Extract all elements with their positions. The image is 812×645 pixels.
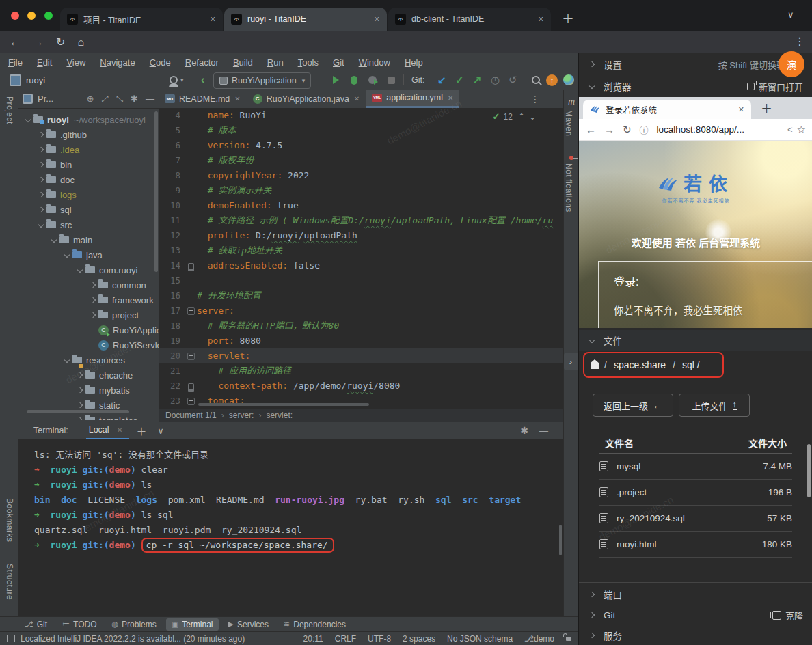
search-everywhere-icon[interactable] <box>532 71 540 89</box>
menu-tools[interactable]: Tools <box>298 57 319 68</box>
file-row-mysql[interactable]: mysql7.4 MB <box>599 454 792 480</box>
code-line-8[interactable]: 8 copyrightYear: 2022 <box>159 168 563 183</box>
locate-file-icon[interactable]: ⊕ <box>86 94 94 104</box>
code-line-7[interactable]: 7 # 版权年份 <box>159 153 563 168</box>
menu-git[interactable]: Git <box>333 57 344 68</box>
window-controls[interactable] <box>11 10 58 23</box>
close-window-button[interactable] <box>11 12 19 20</box>
tree-item--idea[interactable]: .idea <box>18 142 159 157</box>
chevron-right-icon[interactable] <box>38 192 44 197</box>
code-line-19[interactable]: 19 port: 8080 <box>159 333 563 348</box>
status-message[interactable]: Localized IntelliJ IDEA 2022.2.2 is avai… <box>21 634 245 644</box>
toolwindow-problems[interactable]: ◍Problems <box>106 618 161 631</box>
chevron-right-icon[interactable] <box>77 387 83 393</box>
chevron-right-icon[interactable] <box>38 162 44 167</box>
code-line-11[interactable]: 11 # 文件路径 示例 ( Windows配置D:/ruoyi/uploadP… <box>159 213 563 228</box>
embedded-url[interactable]: localhost:8080/app/... <box>657 124 744 135</box>
toolwindow-terminal[interactable]: ▣Terminal <box>166 618 219 631</box>
editor-tab-ruoyiapplication.java[interactable]: CRuoYiApplication.java✕ <box>247 90 366 108</box>
toolwindow-todo[interactable]: ≔TODO <box>57 618 102 631</box>
hide-panel-icon[interactable]: — <box>146 94 154 104</box>
tree-item-sql[interactable]: sql <box>18 202 159 217</box>
toolstrip-maven[interactable]: m Maven <box>564 95 579 137</box>
run-button[interactable] <box>333 71 339 89</box>
tree-item-ehcache[interactable]: ehcache <box>18 368 159 383</box>
close-icon[interactable]: ✕ <box>738 105 744 114</box>
menu-window[interactable]: Window <box>359 57 390 68</box>
git-history-icon[interactable]: ◷ <box>491 71 500 89</box>
stop-button[interactable] <box>388 71 395 89</box>
terminal-tab-local[interactable]: Local ✕ <box>89 425 123 436</box>
close-icon[interactable]: ✕ <box>234 95 240 102</box>
editor-tab-application.yml[interactable]: YMLapplication.yml✕ <box>366 90 459 108</box>
toolstrip-bookmarks[interactable]: Bookmarks <box>0 498 18 545</box>
breadcrumb-sql[interactable]: sql / <box>682 359 700 370</box>
panel-settings-gear-icon[interactable]: ✱ <box>131 94 138 104</box>
chevron-right-icon[interactable] <box>38 177 44 182</box>
home-icon[interactable]: ⌂ <box>77 36 84 49</box>
code-line-17[interactable]: 17server: <box>159 303 563 318</box>
chevron-right-icon[interactable] <box>90 297 96 303</box>
panel-scrollbar[interactable] <box>807 444 811 497</box>
code-line-13[interactable]: 13 # 获取ip地址开关 <box>159 243 563 258</box>
chevron-right-icon[interactable] <box>77 372 83 378</box>
terminal-dropdown-icon[interactable]: ∨ <box>158 426 164 436</box>
chevron-down-icon[interactable] <box>25 117 31 122</box>
tree-root[interactable]: ruoyi~/workspace/ruoyi <box>18 112 159 127</box>
toolbar-project-name[interactable]: ruoyi <box>26 75 45 85</box>
menu-run[interactable]: Run <box>267 57 284 68</box>
fold-icon[interactable] <box>187 398 195 405</box>
clone-button[interactable]: 克隆 <box>772 609 803 622</box>
back-icon[interactable]: ← <box>586 124 596 135</box>
fold-icon[interactable] <box>187 307 195 315</box>
browser-tab[interactable]: ‹t›项目 - TitanIDE✕ <box>60 8 223 31</box>
minimize-window-button[interactable] <box>27 12 36 20</box>
tree-item-ruoyiapplic[interactable]: CRuoYiApplic <box>18 322 159 338</box>
collapse-all-icon[interactable]: ⤡ <box>116 94 123 105</box>
chevron-down-icon[interactable] <box>51 237 57 243</box>
chevron-right-icon[interactable] <box>90 282 96 288</box>
browser-menu-kebab-icon[interactable]: ⋮ <box>794 35 805 48</box>
tree-item-common[interactable]: common <box>18 277 159 292</box>
learn-ide-icon[interactable] <box>563 71 574 89</box>
section-git[interactable]: Git克隆 <box>579 605 812 625</box>
code-line-16[interactable]: 16# 开发环境配置 <box>159 288 563 303</box>
file-row-ruoyi-html[interactable]: ruoyi.html180 KB <box>599 532 792 558</box>
git-commit-icon[interactable]: ✓ <box>455 71 464 89</box>
tree-item-framework[interactable]: framework <box>18 292 159 307</box>
forward-icon[interactable]: → <box>604 124 614 135</box>
close-icon[interactable]: ✕ <box>448 94 453 102</box>
files-breadcrumb[interactable]: / space.share / sql / <box>583 352 724 378</box>
status-item[interactable]: 2 spaces <box>403 634 435 644</box>
menu-edit[interactable]: Edit <box>37 57 52 68</box>
terminal-settings-gear-icon[interactable]: ✱ <box>520 425 528 436</box>
menu-build[interactable]: Build <box>233 57 253 68</box>
tree-item-doc[interactable]: doc <box>18 172 159 187</box>
editor-horizontal-scrollbar[interactable] <box>198 403 369 406</box>
menu-code[interactable]: Code <box>150 57 171 68</box>
tree-item-templates[interactable]: templates <box>18 413 159 420</box>
chevron-right-icon[interactable] <box>77 417 83 420</box>
panel-expand-button[interactable]: › <box>564 353 578 370</box>
new-terminal-icon[interactable]: ＋ <box>136 424 146 438</box>
chevron-down-icon[interactable] <box>38 222 44 228</box>
code-line-4[interactable]: 4 name: RuoYi <box>159 108 563 123</box>
profiler-button[interactable] <box>368 71 377 89</box>
embedded-tab[interactable]: 登录若依系统 ✕ <box>583 100 751 119</box>
close-icon[interactable]: ✕ <box>374 15 380 24</box>
tree-item-src[interactable]: src <box>18 217 159 232</box>
tree-item-bin[interactable]: bin <box>18 157 159 172</box>
maximize-window-button[interactable] <box>44 12 53 20</box>
update-available-icon[interactable]: ↑ <box>546 71 558 89</box>
section-ports[interactable]: 端口 <box>579 584 812 605</box>
tab-search-chevron-icon[interactable]: ∨ <box>787 10 794 20</box>
code-line-23[interactable]: 23 tomcat: <box>159 394 563 409</box>
code-line-10[interactable]: 10 demoEnabled: true <box>159 198 563 213</box>
close-icon[interactable]: ✕ <box>538 15 544 24</box>
tree-vertical-scrollbar[interactable] <box>154 111 158 272</box>
code-line-21[interactable]: 21 # 应用的访问路径 <box>159 363 563 379</box>
tree-item-resources[interactable]: resources <box>18 353 159 368</box>
file-row-ry-20210924-sql[interactable]: ry_20210924.sql57 KB <box>599 506 792 532</box>
file-row--project[interactable]: .project196 B <box>599 480 792 506</box>
close-icon[interactable]: ✕ <box>354 95 360 102</box>
